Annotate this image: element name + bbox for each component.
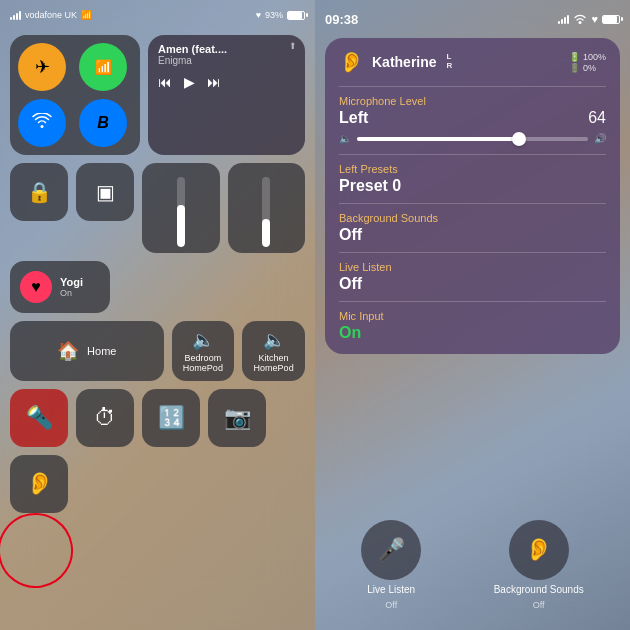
battery-row-2: 🔋 0% [569,63,606,73]
brightness-slider[interactable] [142,163,220,253]
heart-icon-right: ♥ [591,13,598,25]
left-presets-label: Left Presets [339,163,606,175]
camera-button[interactable]: 📷 [208,389,266,447]
mic-level-label: Microphone Level [339,95,606,107]
bluetooth-icon: B [97,114,109,132]
homepod-label-1: BedroomHomePod [183,353,223,373]
svg-point-0 [579,21,582,24]
yogi-text: Yogi On [60,276,83,298]
speaker-low-icon: 🔈 [339,133,351,144]
volume-track [262,177,270,247]
mic-slider-row[interactable]: 🔈 🔊 [339,133,606,144]
music-artist: Enigma [158,55,295,66]
r-label: R [447,62,453,71]
live-listen-action-button[interactable]: 🎤 Live Listen Off [361,520,421,610]
prev-track-button[interactable]: ⏮ [158,74,172,90]
live-listen-value: Off [339,275,606,293]
top-row: ✈ 📶 B [10,35,305,155]
hearing-device-name: Katherine [372,54,437,70]
hearing-aid-card: 👂 Katherine L R 🔋 100% 🔋 0% Micro [325,38,620,354]
live-listen-label: Live Listen [339,261,606,273]
hearing-name-row: 👂 Katherine L R [339,50,452,74]
cellular-icon: 📶 [95,59,112,75]
divider-3 [339,203,606,204]
flashlight-icon: 🔦 [26,405,53,431]
battery-icon-l: 🔋 [569,52,580,62]
play-pause-button[interactable]: ▶ [184,74,195,90]
mic-slider-fill [357,137,519,141]
bottom-icon-row: 🔦 ⏱ 🔢 📷 [10,389,305,447]
right-panel: 09:38 ♥ 👂 [315,0,630,630]
hearing-card-header: 👂 Katherine L R 🔋 100% 🔋 0% [339,50,606,74]
volume-fill [262,219,270,247]
hearing-button[interactable]: 👂 [10,455,68,513]
ear-icon-card: 👂 [339,50,364,74]
music-title: Amen (feat.... [158,43,295,55]
calculator-icon: 🔢 [158,405,185,431]
flashlight-button[interactable]: 🔦 [10,389,68,447]
left-panel: vodafone UK 📶 ♥ 93% ✈ 📶 [0,0,315,630]
time-display: 09:38 [325,12,358,27]
background-sounds-action-label: Background Sounds [494,584,584,596]
homepod-label-2: KitchenHomePod [254,353,294,373]
mirror-icon: ▣ [96,180,115,204]
mic-input-value: On [339,324,606,342]
left-presets-section: Left Presets Preset 0 [339,163,606,195]
mic-level-side: Left [339,109,368,127]
battery-levels: 🔋 100% 🔋 0% [569,52,606,73]
bedroom-homepod-button[interactable]: 🔈 BedroomHomePod [172,321,235,381]
timer-button[interactable]: ⏱ [76,389,134,447]
homepod-row: 🔈 BedroomHomePod 🔈 KitchenHomePod [172,321,306,381]
divider-5 [339,301,606,302]
wifi-icon-status: 📶 [81,10,92,20]
mic-slider-thumb[interactable] [512,132,526,146]
expand-icon: ⬆ [289,41,297,51]
next-track-button[interactable]: ⏭ [207,74,221,90]
connectivity-block: ✈ 📶 B [10,35,140,155]
bottom-actions: 🎤 Live Listen Off 👂 Background Sounds Of… [325,520,620,610]
homepod-icon-2: 🔈 [263,329,285,351]
mic-level-row: Left 64 [339,109,606,127]
divider-4 [339,252,606,253]
volume-slider[interactable] [228,163,306,253]
portrait-lock-button[interactable]: 🔒 [10,163,68,221]
signal-bars [10,10,21,20]
bg-sounds-label: Background Sounds [339,212,606,224]
music-player-block[interactable]: ⬆ Amen (feat.... Enigma ⏮ ▶ ⏭ [148,35,305,155]
background-sounds-action-button[interactable]: 👂 Background Sounds Off [494,520,584,610]
battery-icon-left [287,11,305,20]
live-listen-action-label: Live Listen [367,584,415,596]
control-center: ✈ 📶 B [10,35,305,620]
music-controls: ⏮ ▶ ⏭ [158,74,295,90]
screen-mirror-button[interactable]: ▣ [76,163,134,221]
lr-labels: L R [447,53,453,71]
homepod-icon-1: 🔈 [192,329,214,351]
heart-status-icon: ♥ [256,10,261,20]
cellular-button[interactable]: 📶 [79,43,127,91]
home-button[interactable]: 🏠 Home [10,321,164,381]
timer-icon: ⏱ [94,405,116,431]
calculator-button[interactable]: 🔢 [142,389,200,447]
signal-bars-right [558,14,569,24]
divider-2 [339,154,606,155]
status-right: ♥ 93% [256,10,305,20]
yogi-status: On [60,288,83,298]
mic-level-value: 64 [588,109,606,127]
wifi-icon [32,113,52,134]
background-sounds-action-sublabel: Off [533,600,545,610]
bluetooth-button[interactable]: B [79,99,127,147]
mid-row: 🔒 ▣ [10,163,305,253]
mic-icon: 🎤 [378,537,405,563]
status-icons-right: ♥ [558,10,620,28]
wifi-icon-right [573,10,587,28]
home-label: Home [87,345,116,357]
bg-sounds-value: Off [339,226,606,244]
battery-icon-right [602,15,620,24]
heart-icon: ♥ [31,278,41,296]
kitchen-homepod-button[interactable]: 🔈 KitchenHomePod [242,321,305,381]
live-listen-section: Live Listen Off [339,261,606,293]
yogi-heart-icon: ♥ [20,271,52,303]
airplane-mode-button[interactable]: ✈ [18,43,66,91]
yogi-button[interactable]: ♥ Yogi On [10,261,110,313]
wifi-button[interactable] [18,99,66,147]
